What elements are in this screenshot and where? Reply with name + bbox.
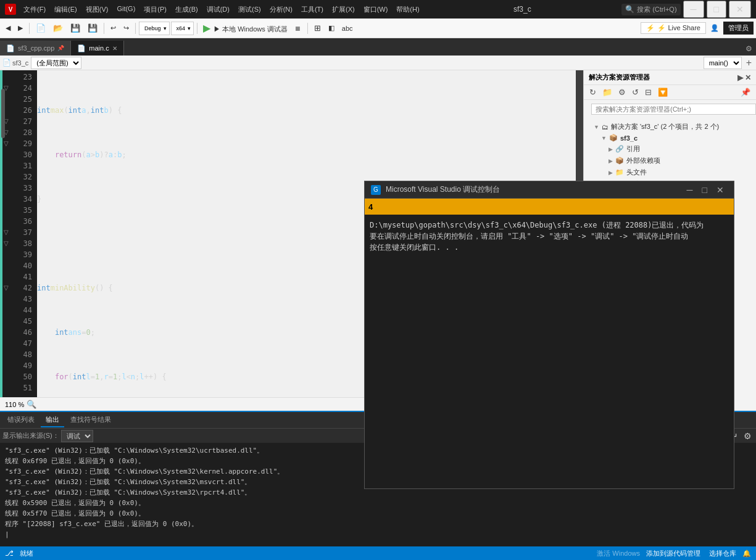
tab-find-results[interactable]: 查找符号结果 xyxy=(65,413,116,427)
forward-button[interactable]: ▶ xyxy=(15,22,26,34)
stop-button[interactable]: ⏹ xyxy=(291,23,304,34)
project-item[interactable]: ▼ 📦 sf3_c xyxy=(584,133,756,143)
settings-button[interactable]: 👤 xyxy=(707,22,722,34)
menu-analyze[interactable]: 分析(N) xyxy=(266,4,296,15)
save-button[interactable]: 💾 xyxy=(67,22,83,35)
debug-console-minimize[interactable]: ─ xyxy=(683,184,697,196)
status-bar-left: ⎇ 就绪 xyxy=(5,548,36,559)
tab-settings-btn[interactable]: ⚙ xyxy=(742,42,756,56)
menu-git[interactable]: Git(G) xyxy=(113,4,139,15)
menu-test[interactable]: 测试(S) xyxy=(235,4,265,15)
references-arrow: ▶ xyxy=(609,146,613,152)
live-share-button[interactable]: ⚡ ⚡ Live Share xyxy=(641,22,706,34)
debug-console-close[interactable]: ✕ xyxy=(713,184,728,196)
debug-console-maximize[interactable]: □ xyxy=(699,184,711,196)
tab-icon-sf3-cpp: 📄 xyxy=(6,44,15,52)
menu-debug[interactable]: 调试(D) xyxy=(203,4,233,15)
tab-sf3-cpp[interactable]: 📄 sf3_cpp.cpp 📌 xyxy=(0,41,71,56)
redo-button[interactable]: ↪ xyxy=(120,22,132,34)
tab-error-list[interactable]: 错误列表 xyxy=(2,413,39,427)
external-deps-label: 外部依赖项 xyxy=(626,156,660,165)
debug-console-app-icon: G xyxy=(371,185,381,195)
breadcrumb-file: sf3_c xyxy=(12,59,28,67)
tab-output[interactable]: 输出 xyxy=(41,413,64,427)
output-line-8: 程序 "[22088] sf3_c.exe" 已退出，返回值为 0 (0x0)。 xyxy=(5,519,751,529)
menu-tools[interactable]: 工具(T) xyxy=(297,4,327,15)
sync-btn[interactable]: ↻ xyxy=(588,87,598,97)
output-settings-btn[interactable]: ⚙ xyxy=(742,430,754,442)
solution-root-arrow: ▼ xyxy=(594,124,599,130)
filter-btn[interactable]: 🔽 xyxy=(656,87,670,97)
show-all-files-btn[interactable]: 📁 xyxy=(600,87,614,97)
output-source-dropdown[interactable]: 调试 xyxy=(61,430,93,442)
menu-help[interactable]: 帮助(H) xyxy=(393,4,423,15)
code-navigation-bar: 📄 sf3_c (全局范围) main() + xyxy=(0,56,756,70)
solution-root-item[interactable]: ▼ 🗂 解决方案 'sf3_c' (2 个项目，共 2 个) xyxy=(584,121,756,133)
headers-item[interactable]: ▶ 📁 头文件 xyxy=(584,167,756,178)
run-button[interactable]: ▶ ▶ 本地 Windows 调试器 xyxy=(201,20,290,36)
pin-btn[interactable]: 📌 xyxy=(739,87,752,97)
output-line-5: "sf3_c.exe" (Win32)：已加载 "C:\Windows\Syst… xyxy=(5,488,751,498)
tab-close-main-c[interactable]: ✕ xyxy=(112,45,117,52)
external-deps-item[interactable]: ▶ 📦 外部依赖项 xyxy=(584,155,756,167)
add-code-btn[interactable]: + xyxy=(744,57,754,68)
tab-icon-main-c: 📄 xyxy=(77,44,86,52)
debug-console-line-3: 按任意键关闭此窗口. . . xyxy=(370,242,729,253)
toolbar-separator-3 xyxy=(135,23,136,34)
scrollbar-thumb[interactable] xyxy=(1,89,5,138)
output-source-label: 显示输出来源(S)： xyxy=(2,431,59,440)
toolbar-extra-1[interactable]: ⊞ xyxy=(311,22,324,35)
debug-line-indicator-bar: 4 xyxy=(365,199,734,215)
add-to-source-control-btn[interactable]: 添加到源代码管理 xyxy=(644,548,703,559)
menu-build[interactable]: 生成(B) xyxy=(172,4,202,15)
title-bar-controls: 🔍 搜索 (Ctrl+Q) ─ □ ✕ xyxy=(621,1,751,18)
open-button[interactable]: 📂 xyxy=(50,22,66,35)
maximize-button[interactable]: □ xyxy=(707,1,726,18)
close-button[interactable]: ✕ xyxy=(729,1,751,18)
scope-dropdown[interactable]: (全局范围) xyxy=(31,57,81,69)
menu-edit[interactable]: 编辑(E) xyxy=(51,4,81,15)
solution-explorer-header: 解决方案资源管理器 ▶ ✕ xyxy=(584,70,756,85)
panel-controls: ▶ ✕ xyxy=(737,73,751,82)
references-item[interactable]: ▶ 🔗 引用 xyxy=(584,143,756,155)
collapse-btn[interactable]: ⊟ xyxy=(643,87,654,97)
minimize-button[interactable]: ─ xyxy=(683,1,704,18)
menu-file[interactable]: 文件(F) xyxy=(20,4,49,15)
windows-activation-text: 激活 Windows xyxy=(597,549,640,558)
notification-bell-icon[interactable]: 🔔 xyxy=(742,550,751,558)
back-button[interactable]: ◀ xyxy=(2,22,14,34)
headers-label: 头文件 xyxy=(626,168,647,177)
toolbar-separator-1 xyxy=(29,23,30,34)
panel-arrow-right[interactable]: ▶ xyxy=(737,73,743,82)
tab-main-c[interactable]: 📄 main.c ✕ xyxy=(71,41,123,56)
solution-explorer-toolbar: ↻ 📁 ⚙ ↺ ⊟ 🔽 📌 xyxy=(584,85,756,100)
save-all-button[interactable]: 💾 xyxy=(85,22,101,35)
new-file-button[interactable]: 📄 xyxy=(33,22,49,35)
status-bar: ⎇ 就绪 激活 Windows 添加到源代码管理 选择仓库 🔔 xyxy=(0,546,756,560)
toolbar-extra-3[interactable]: abc xyxy=(339,23,356,34)
menu-view[interactable]: 视图(V) xyxy=(82,4,112,15)
panel-close-icon[interactable]: ✕ xyxy=(745,73,751,82)
debug-console-window: G Microsoft Visual Studio 调试控制台 ─ □ ✕ 4 … xyxy=(364,181,734,489)
debug-config-dropdown[interactable]: Debug▾ xyxy=(139,22,170,35)
toolbar-extra-2[interactable]: ◧ xyxy=(325,22,338,34)
admin-button[interactable]: 管理员 xyxy=(723,22,754,35)
menu-window[interactable]: 窗口(W) xyxy=(360,4,392,15)
tab-pin-icon: 📌 xyxy=(57,45,64,51)
menu-extensions[interactable]: 扩展(X) xyxy=(328,4,359,15)
arch-dropdown[interactable]: x64▾ xyxy=(171,22,194,35)
refresh-btn[interactable]: ↺ xyxy=(630,87,641,97)
references-icon: 🔗 xyxy=(615,145,624,153)
window-title: sf3_c xyxy=(513,5,531,14)
properties-btn[interactable]: ⚙ xyxy=(617,87,628,97)
ready-status[interactable]: 就绪 xyxy=(17,548,36,559)
solution-explorer-title: 解决方案资源管理器 xyxy=(589,73,650,82)
status-bar-right: 激活 Windows 添加到源代码管理 选择仓库 🔔 xyxy=(597,548,751,559)
zoom-level: 110 % xyxy=(5,401,24,408)
menu-project[interactable]: 项目(P) xyxy=(140,4,170,15)
undo-button[interactable]: ↩ xyxy=(107,22,119,34)
function-dropdown[interactable]: main() xyxy=(704,57,742,69)
select-repo-btn[interactable]: 选择仓库 xyxy=(707,548,739,559)
zoom-icon: 🔍 xyxy=(27,400,36,409)
solution-search-input[interactable] xyxy=(591,104,756,115)
